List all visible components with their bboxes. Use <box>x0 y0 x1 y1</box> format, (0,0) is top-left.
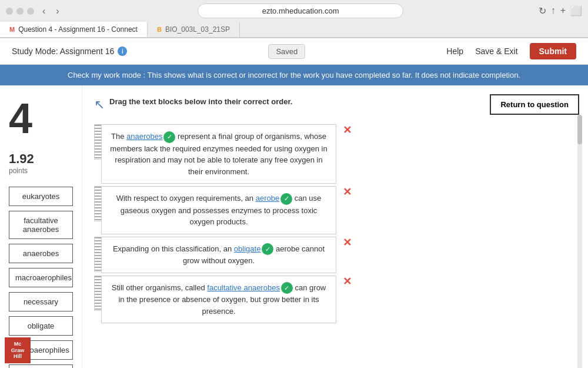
close-dot <box>6 8 13 15</box>
header-actions: Help Save & Exit Submit <box>446 43 576 59</box>
drag-handle-3[interactable] <box>94 237 101 272</box>
points-value: 1.92 <box>9 151 73 167</box>
browser-window-controls <box>6 8 34 15</box>
browser-tabs: M Question 4 - Assignment 16 - Connect B… <box>0 22 588 38</box>
info-icon[interactable]: i <box>118 47 127 56</box>
back-button[interactable]: ‹ <box>39 5 49 18</box>
drag-handle-4[interactable] <box>94 276 101 311</box>
study-mode-text: Study Mode: Assignment 16 <box>12 47 114 56</box>
check-icon-3: ✓ <box>262 243 273 255</box>
word-item-macroaerophiles[interactable]: macroaerophiles <box>9 268 73 287</box>
mcgraw-hill-logo: McGrawHill <box>0 333 35 368</box>
app-header: Study Mode: Assignment 16 i Saved Help S… <box>0 38 588 65</box>
mcgraw-hill-logo-box: McGrawHill <box>5 337 31 363</box>
help-link[interactable]: Help <box>446 47 463 56</box>
check-banner: Check my work mode : This shows what is … <box>0 65 588 85</box>
maximize-dot <box>27 8 34 15</box>
drag-handle-2[interactable] <box>94 186 101 221</box>
arrow-icon: ↖ <box>94 97 105 112</box>
box-status-3: ✕ <box>336 237 353 248</box>
wrong-icon-2[interactable]: ✕ <box>341 186 353 198</box>
drag-handle-1[interactable] <box>94 124 101 160</box>
tab1-favicon: M <box>9 26 15 33</box>
answer-box-3: Expanding on this classification, an obl… <box>94 237 353 273</box>
link-obligate[interactable]: obligate <box>234 244 261 253</box>
link-aerobe[interactable]: aerobe <box>256 194 279 203</box>
word-item-facultative-anaerobes[interactable]: facultative anaerobes <box>9 211 73 239</box>
box-status-1: ✕ <box>336 124 353 136</box>
box-status-2: ✕ <box>336 186 353 198</box>
link-facultative-anaerobes[interactable]: facultative anaerobes <box>207 283 280 292</box>
minimize-dot <box>16 8 24 15</box>
answer-content-2: With respect to oxygen requirements, an … <box>101 186 336 234</box>
answer-boxes: The anaerobes✓ represent a final group o… <box>94 124 353 323</box>
wrong-icon-1[interactable]: ✕ <box>341 124 353 136</box>
answer-text-4: Still other organisms, called facultativ… <box>110 282 328 317</box>
answer-content-1: The anaerobes✓ represent a final group o… <box>101 124 336 184</box>
left-sidebar: 4 1.92 points eukaryotes facultative ana… <box>0 85 82 368</box>
share-icon[interactable]: ↑ <box>551 5 556 16</box>
answer-content-3: Expanding on this classification, an obl… <box>101 237 336 273</box>
tab1-label: Question 4 - Assignment 16 - Connect <box>18 25 138 34</box>
browser-chrome: ‹ › ezto.mheducation.com ↻ ↑ + ⬜ M Quest… <box>0 0 588 38</box>
browser-navigation[interactable]: ‹ › <box>39 5 63 18</box>
question-number: 4 <box>9 97 73 140</box>
link-anaerobes[interactable]: anaerobes <box>126 132 162 141</box>
answer-content-4: Still other organisms, called facultativ… <box>101 276 336 324</box>
wrong-icon-4[interactable]: ✕ <box>341 276 353 287</box>
url-bar[interactable]: ezto.mheducation.com <box>198 4 403 18</box>
active-tab[interactable]: M Question 4 - Assignment 16 - Connect <box>0 22 148 37</box>
box-status-4: ✕ <box>336 276 353 287</box>
saved-badge: Saved <box>268 44 305 59</box>
check-banner-text: Check my work mode : This shows what is … <box>68 71 520 79</box>
reload-icon[interactable]: ↻ <box>539 5 546 16</box>
word-item-necessary[interactable]: necessary <box>9 292 73 311</box>
submit-button[interactable]: Submit <box>530 43 576 59</box>
new-tab-icon[interactable]: + <box>560 5 566 16</box>
forward-button[interactable]: › <box>52 5 62 18</box>
browser-action-icons: ↻ ↑ + ⬜ <box>539 5 582 16</box>
drag-text: Drag the text blocks below into their co… <box>109 97 292 106</box>
word-item-anaerobes[interactable]: anaerobes <box>9 244 73 263</box>
right-content: Return to question ↖ Drag the text block… <box>82 85 588 368</box>
main-content: 4 1.92 points eukaryotes facultative ana… <box>0 85 588 368</box>
extensions-icon[interactable]: ⬜ <box>570 5 582 16</box>
check-icon-1: ✓ <box>163 131 175 143</box>
check-icon-2: ✓ <box>280 193 292 205</box>
answer-box-2: With respect to oxygen requirements, an … <box>94 186 353 234</box>
check-icon-4: ✓ <box>281 282 293 294</box>
mcgraw-hill-logo-text: McGrawHill <box>11 341 25 360</box>
tab2-favicon: B <box>157 26 162 33</box>
save-exit-link[interactable]: Save & Exit <box>475 47 517 56</box>
scrollbar-thumb[interactable] <box>577 115 582 144</box>
points-label: points <box>9 167 73 175</box>
word-item-eukaryotes[interactable]: eukaryotes <box>9 187 73 206</box>
tab2-label: BIO_003L_03_21SP <box>165 25 230 34</box>
answer-text-3: Expanding on this classification, an obl… <box>110 243 328 267</box>
answer-box-4: Still other organisms, called facultativ… <box>94 276 353 324</box>
answer-text-2: With respect to oxygen requirements, an … <box>110 193 328 228</box>
inactive-tab[interactable]: B BIO_003L_03_21SP <box>148 22 240 37</box>
scrollbar-track[interactable] <box>577 115 582 368</box>
answer-box-1: The anaerobes✓ represent a final group o… <box>94 124 353 184</box>
study-mode-label: Study Mode: Assignment 16 i <box>12 47 127 56</box>
wrong-icon-3[interactable]: ✕ <box>341 237 353 248</box>
answer-text-1: The anaerobes✓ represent a final group o… <box>110 131 328 177</box>
browser-toolbar: ‹ › ezto.mheducation.com ↻ ↑ + ⬜ <box>0 0 588 22</box>
return-to-question-button[interactable]: Return to question <box>490 94 579 115</box>
